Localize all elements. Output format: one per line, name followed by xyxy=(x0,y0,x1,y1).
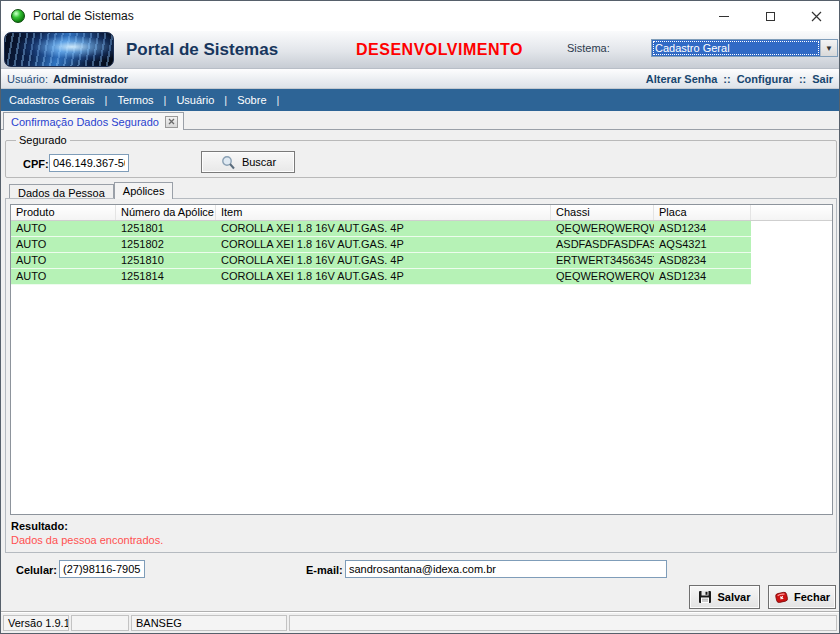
exit-icon xyxy=(774,590,789,604)
table-row[interactable]: AUTO 1251802 COROLLA XEI 1.8 16V AUT.GAS… xyxy=(11,237,751,253)
email-input[interactable] xyxy=(345,560,667,578)
column-header-numero-apolice[interactable]: Número da Apólice xyxy=(116,205,216,220)
chevron-down-icon[interactable]: ▼ xyxy=(820,40,837,56)
system-selected-value: Cadastro Geral xyxy=(652,40,820,56)
cell-placa: AQS4321 xyxy=(654,237,751,252)
user-actions: Alterar Senha :: Configurar :: Sair xyxy=(646,73,833,85)
document-tab[interactable]: Confirmação Dados Segurado xyxy=(3,112,184,130)
policies-grid[interactable]: Produto Número da Apólice Item Chassi Pl… xyxy=(10,204,833,515)
column-header-chassi[interactable]: Chassi xyxy=(551,205,654,220)
search-icon xyxy=(220,155,236,170)
minimize-button[interactable] xyxy=(701,1,747,31)
user-name: Administrador xyxy=(53,73,128,85)
email-label: E-mail: xyxy=(306,564,343,576)
cell-item: COROLLA XEI 1.8 16V AUT.GAS. 4P xyxy=(216,221,551,236)
maximize-icon xyxy=(766,12,775,21)
window-title: Portal de Sistemas xyxy=(33,9,134,23)
cell-produto: AUTO xyxy=(11,253,116,268)
app-window: Portal de Sistemas Portal de Sistemas DE… xyxy=(0,0,840,634)
close-icon xyxy=(168,118,175,125)
menu-item-termos[interactable]: Termos xyxy=(117,94,153,106)
column-header-item[interactable]: Item xyxy=(216,205,551,220)
fechar-label: Fechar xyxy=(794,591,830,603)
app-title: Portal de Sistemas xyxy=(126,40,278,60)
cell-chassi: ASDFASDFASDFASDFF xyxy=(551,237,654,252)
document-tab-strip: Confirmação Dados Segurado xyxy=(1,111,839,130)
cpf-label: CPF: xyxy=(23,158,49,170)
menu-separator: | xyxy=(277,94,280,106)
buscar-button[interactable]: Buscar xyxy=(201,151,295,173)
celular-input[interactable] xyxy=(59,560,145,578)
cell-numero: 1251802 xyxy=(116,237,216,252)
minimize-icon xyxy=(719,16,729,17)
status-version: Versão 1.9.10.1 xyxy=(3,615,69,631)
column-header-placa[interactable]: Placa xyxy=(654,205,751,220)
cell-item: COROLLA XEI 1.8 16V AUT.GAS. 4P xyxy=(216,237,551,252)
status-bar: Versão 1.9.10.1 BANSEG xyxy=(1,612,839,633)
menu-item-sobre[interactable]: Sobre xyxy=(237,94,266,106)
resultado-message: Dados da pessoa encontrados. xyxy=(11,534,163,546)
status-empty-panel xyxy=(71,615,129,631)
grid-header: Produto Número da Apólice Item Chassi Pl… xyxy=(11,205,832,221)
system-dropdown[interactable]: Cadastro Geral ▼ xyxy=(651,39,838,57)
table-row[interactable]: AUTO 1251810 COROLLA XEI 1.8 16V AUT.GAS… xyxy=(11,253,751,269)
cell-item: COROLLA XEI 1.8 16V AUT.GAS. 4P xyxy=(216,253,551,268)
brand-logo xyxy=(4,32,114,67)
status-empty-panel xyxy=(289,615,837,631)
celular-label: Celular: xyxy=(16,564,57,576)
cell-placa: ASD1234 xyxy=(654,269,751,284)
tab-dados-da-pessoa[interactable]: Dados da Pessoa xyxy=(9,184,114,199)
menu-item-cadastros-gerais[interactable]: Cadastros Gerais xyxy=(9,94,95,106)
configure-link[interactable]: Configurar xyxy=(737,73,793,85)
environment-label: DESENVOLVIMENTO xyxy=(356,41,523,59)
salvar-label: Salvar xyxy=(717,591,750,603)
buscar-label: Buscar xyxy=(242,156,276,168)
menu-separator: | xyxy=(224,94,227,106)
menu-bar: Cadastros Gerais | Termos | Usuário | So… xyxy=(1,89,839,111)
cell-produto: AUTO xyxy=(11,237,116,252)
cell-chassi: ERTWERT3456345TSE xyxy=(551,253,654,268)
user-bar: Usuário: Administrador Alterar Senha :: … xyxy=(1,69,839,89)
fechar-button[interactable]: Fechar xyxy=(768,585,836,609)
status-banseg: BANSEG xyxy=(131,615,287,631)
save-icon xyxy=(698,590,712,604)
logout-link[interactable]: Sair xyxy=(812,73,833,85)
cell-numero: 1251810 xyxy=(116,253,216,268)
person-tabs: Dados da Pessoa Apólices xyxy=(9,182,173,199)
menu-separator: | xyxy=(105,94,108,106)
cell-produto: AUTO xyxy=(11,221,116,236)
app-header: Portal de Sistemas DESENVOLVIMENTO Siste… xyxy=(1,31,839,69)
close-button[interactable] xyxy=(793,1,839,31)
tab-apolices[interactable]: Apólices xyxy=(114,182,174,199)
menu-item-usuario[interactable]: Usuário xyxy=(176,94,214,106)
apolices-tabpage: Produto Número da Apólice Item Chassi Pl… xyxy=(5,198,837,553)
change-password-link[interactable]: Alterar Senha xyxy=(646,73,718,85)
cpf-input[interactable] xyxy=(49,154,129,172)
menu-separator: | xyxy=(164,94,167,106)
cell-placa: ASD1234 xyxy=(654,221,751,236)
column-header-produto[interactable]: Produto xyxy=(11,205,116,220)
title-bar[interactable]: Portal de Sistemas xyxy=(1,1,839,31)
cell-produto: AUTO xyxy=(11,269,116,284)
maximize-button[interactable] xyxy=(747,1,793,31)
app-icon xyxy=(11,9,25,23)
salvar-button[interactable]: Salvar xyxy=(689,585,760,609)
cell-numero: 1251801 xyxy=(116,221,216,236)
table-row[interactable]: AUTO 1251801 COROLLA XEI 1.8 16V AUT.GAS… xyxy=(11,221,751,237)
cell-chassi: QEQWERQWERQWE... xyxy=(551,221,654,236)
tab-close-button[interactable] xyxy=(165,116,178,128)
resultado-label: Resultado: xyxy=(11,520,68,532)
document-tab-label: Confirmação Dados Segurado xyxy=(11,116,159,128)
segurado-groupbox: Segurado xyxy=(5,140,837,178)
cell-numero: 1251814 xyxy=(116,269,216,284)
link-separator: :: xyxy=(723,73,730,85)
close-icon xyxy=(811,11,822,22)
cell-item: COROLLA XEI 1.8 16V AUT.GAS. 4P xyxy=(216,269,551,284)
groupbox-title: Segurado xyxy=(16,134,70,146)
window-controls xyxy=(701,1,839,31)
cell-placa: ASD8234 xyxy=(654,253,751,268)
system-label: Sistema: xyxy=(567,42,610,54)
cell-chassi: QEQWERQWERQWE... xyxy=(551,269,654,284)
link-separator: :: xyxy=(799,73,806,85)
table-row[interactable]: AUTO 1251814 COROLLA XEI 1.8 16V AUT.GAS… xyxy=(11,269,751,285)
